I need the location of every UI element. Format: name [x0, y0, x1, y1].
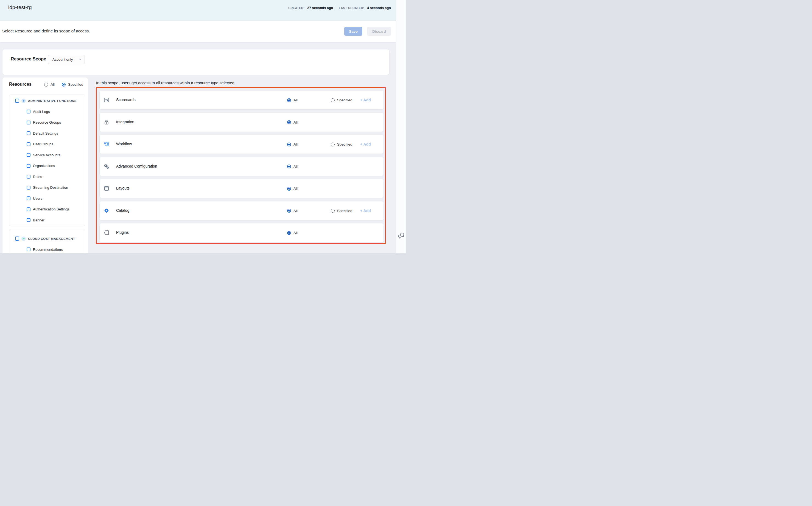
group-label: ADMINISTRATIVE FUNCTIONS — [28, 99, 77, 102]
item-checkbox[interactable] — [27, 120, 30, 124]
item-checkbox[interactable] — [27, 248, 30, 251]
toolbar: Select Resource and define its scope of … — [0, 21, 396, 42]
item-checkbox[interactable] — [27, 196, 30, 200]
item-checkbox[interactable] — [27, 186, 30, 189]
group-row: $ CLOUD COST MANAGEMENT — [9, 233, 85, 244]
specified-radio-label: Specified — [337, 209, 352, 213]
resource-tree-item[interactable]: Streaming Destination — [9, 182, 85, 193]
all-option[interactable]: All — [287, 120, 298, 124]
item-checkbox[interactable] — [27, 153, 30, 157]
right-gutter — [396, 0, 406, 253]
resources-title: Resources — [9, 82, 31, 87]
specified-option[interactable]: Specified — [331, 98, 352, 102]
resource-tree-item[interactable]: Organizations — [9, 160, 85, 171]
resource-tree-item[interactable]: Banner — [9, 215, 85, 226]
chevron-down-icon — [79, 58, 82, 61]
resource-type-row: Catalog All Specified + Add — [100, 201, 384, 220]
specified-radio[interactable] — [331, 98, 335, 102]
resource-scope-selected: Account only — [53, 58, 79, 62]
resource-type-label: Catalog — [116, 208, 129, 213]
catalog-gear-icon — [103, 208, 110, 214]
resource-tree-item[interactable]: Resource Groups — [9, 117, 85, 128]
group-checkbox[interactable] — [15, 99, 19, 103]
resource-scope-card: Resource Scope Account only — [2, 50, 389, 75]
all-option[interactable]: All — [287, 165, 298, 169]
scope-note: In this scope, users get access to all r… — [96, 81, 235, 85]
admin-gear-icon — [21, 99, 26, 103]
resource-type-row: Advanced Configuration All — [100, 157, 384, 176]
resource-tree-item[interactable]: Recommendations — [9, 244, 85, 253]
specified-radio-label: Specified — [337, 98, 352, 102]
resource-group-page: idp-test-rg CREATED: 27 seconds ago LAST… — [0, 0, 406, 253]
save-button[interactable]: Save — [344, 27, 362, 36]
meta-separator — [336, 5, 336, 10]
resource-tree-item[interactable]: Roles — [9, 171, 85, 182]
item-checkbox[interactable] — [27, 207, 30, 211]
all-radio[interactable] — [287, 187, 291, 191]
specified-option[interactable]: Specified — [331, 142, 352, 147]
all-radio[interactable] — [287, 165, 291, 168]
resources-sidebar: Resources All Specified ADMINISTRATIVE F… — [2, 77, 88, 253]
cloud-dollar-icon: $ — [21, 237, 26, 241]
resource-type-row: Integration All — [100, 113, 384, 132]
all-option[interactable]: All — [287, 98, 298, 102]
all-option[interactable]: All — [287, 209, 298, 213]
all-radio[interactable] — [287, 143, 291, 147]
advanced-configuration-gears-icon — [103, 163, 110, 169]
all-option[interactable]: All — [287, 231, 298, 235]
specified-radio-label: Specified — [68, 82, 84, 87]
resource-types-box: Scorecards All Specified + Add Integrati… — [96, 87, 386, 244]
item-checkbox[interactable] — [27, 218, 30, 222]
all-radio-label: All — [293, 186, 298, 191]
all-radio[interactable] — [287, 209, 291, 213]
all-radio[interactable] — [287, 231, 291, 235]
chat-bubbles-icon[interactable] — [398, 232, 405, 239]
all-radio-label: All — [293, 165, 298, 169]
group-checkbox[interactable] — [15, 237, 19, 241]
item-label: Authentication Settings — [33, 207, 70, 211]
add-link[interactable]: + Add — [360, 98, 371, 102]
resource-scope-dropdown[interactable]: Account only — [48, 55, 85, 64]
item-checkbox[interactable] — [27, 164, 30, 168]
item-label: Banner — [33, 218, 44, 222]
item-checkbox[interactable] — [27, 110, 30, 113]
all-option[interactable]: All — [287, 186, 298, 191]
item-checkbox[interactable] — [27, 131, 30, 135]
resources-option-all[interactable]: All — [44, 82, 55, 87]
item-checkbox[interactable] — [27, 142, 30, 146]
resources-option-specified[interactable]: Specified — [62, 82, 84, 87]
item-label: Users — [33, 196, 42, 200]
resource-type-label: Advanced Configuration — [116, 164, 157, 168]
all-radio-label: All — [50, 82, 55, 87]
resource-type-label: Plugins — [116, 230, 129, 235]
resource-tree-item[interactable]: Audit Logs — [9, 106, 85, 117]
item-label: Audit Logs — [33, 110, 50, 114]
add-link[interactable]: + Add — [360, 142, 371, 147]
all-radio-label: All — [293, 120, 298, 124]
integration-lock-icon — [103, 119, 110, 125]
specified-radio[interactable] — [331, 209, 335, 213]
page-title: idp-test-rg — [8, 4, 32, 10]
discard-button[interactable]: Discard — [367, 27, 391, 36]
item-checkbox[interactable] — [27, 175, 30, 179]
resource-tree-item[interactable]: Users — [9, 193, 85, 204]
resource-tree-item[interactable]: Service Accounts — [9, 150, 85, 161]
add-link[interactable]: + Add — [360, 208, 371, 213]
all-radio[interactable] — [44, 83, 48, 87]
specified-radio[interactable] — [331, 143, 335, 147]
created-label: CREATED: — [288, 6, 304, 10]
specified-radio[interactable] — [62, 83, 66, 87]
resource-type-label: Scorecards — [116, 97, 135, 102]
resource-type-row: Plugins All — [100, 223, 384, 242]
resource-tree-item[interactable]: Default Settings — [9, 128, 85, 139]
all-radio[interactable] — [287, 120, 291, 124]
all-option[interactable]: All — [287, 142, 298, 147]
specified-option[interactable]: Specified — [331, 209, 352, 213]
resource-type-label: Layouts — [116, 186, 129, 190]
all-radio[interactable] — [287, 98, 291, 102]
resource-type-row: Workflow All Specified + Add — [100, 135, 384, 154]
resource-tree-item[interactable]: User Groups — [9, 139, 85, 150]
created-value: 27 seconds ago — [307, 6, 333, 10]
item-label: Organizations — [33, 164, 55, 168]
resource-tree-item[interactable]: Authentication Settings — [9, 204, 85, 215]
